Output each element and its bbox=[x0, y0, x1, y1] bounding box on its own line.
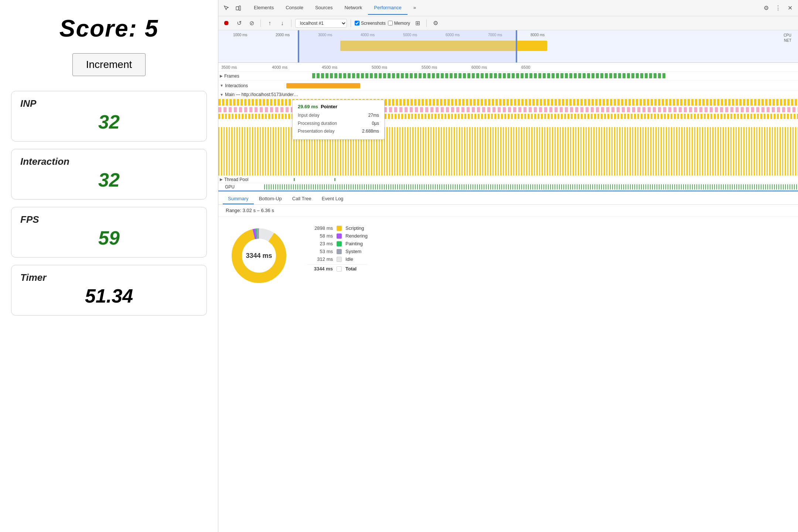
rendering-dot bbox=[337, 233, 342, 239]
session-select[interactable]: localhost #1 bbox=[295, 19, 347, 28]
svg-rect-29 bbox=[432, 73, 435, 78]
svg-rect-78 bbox=[649, 73, 652, 78]
svg-rect-56 bbox=[552, 73, 555, 78]
clear-icon[interactable]: ⊘ bbox=[246, 18, 257, 28]
tab-console[interactable]: Console bbox=[280, 1, 309, 15]
thread-pool-label: ▶ Thread Pool bbox=[220, 177, 264, 182]
mini-overview[interactable]: 1000 ms 2000 ms 3000 ms 4000 ms 5000 ms … bbox=[218, 30, 798, 63]
svg-rect-74 bbox=[631, 73, 634, 78]
upload-icon[interactable]: ↑ bbox=[265, 18, 275, 28]
reload-icon[interactable]: ↺ bbox=[234, 18, 244, 28]
screenshots-label: Screenshots bbox=[361, 21, 386, 26]
thread-pool-content bbox=[264, 176, 798, 183]
settings-icon[interactable]: ⚙ bbox=[761, 3, 771, 13]
devtools-topbar: Elements Console Sources Network Perform… bbox=[218, 0, 798, 16]
tab-elements[interactable]: Elements bbox=[248, 1, 280, 15]
main-expand-icon[interactable]: ▼ bbox=[220, 93, 224, 97]
screenshots-checkbox[interactable] bbox=[355, 21, 359, 25]
interaction-card: Interaction 32 bbox=[11, 149, 207, 200]
thread-pool-track[interactable]: ▶ Thread Pool bbox=[218, 176, 798, 183]
svg-rect-4 bbox=[321, 73, 324, 78]
gpu-bars bbox=[264, 184, 798, 190]
increment-button[interactable]: Increment bbox=[72, 53, 146, 76]
svg-rect-40 bbox=[481, 73, 484, 78]
tab-call-tree[interactable]: Call Tree bbox=[287, 194, 317, 204]
frames-content bbox=[264, 72, 798, 80]
select-element-icon[interactable] bbox=[221, 3, 232, 13]
gpu-content bbox=[264, 183, 798, 190]
svg-rect-5 bbox=[325, 73, 328, 78]
svg-rect-72 bbox=[623, 73, 625, 78]
screenshots-checkbox-label[interactable]: Screenshots bbox=[355, 21, 386, 26]
tooltip-input-delay-value: 27ms bbox=[368, 112, 379, 120]
svg-rect-55 bbox=[547, 73, 550, 78]
total-ms: 3344 ms bbox=[307, 266, 333, 272]
svg-rect-32 bbox=[445, 73, 448, 78]
idle-ms: 312 ms bbox=[307, 256, 333, 262]
detail-5000: 5000 ms bbox=[372, 65, 387, 69]
more-options-icon[interactable]: ⋮ bbox=[773, 3, 783, 13]
timer-label: Timer bbox=[20, 272, 198, 283]
legend-scripting: 2898 ms Scripting bbox=[307, 225, 368, 231]
close-icon[interactable]: ✕ bbox=[785, 3, 795, 13]
interaction-label: Interaction bbox=[20, 156, 198, 167]
svg-rect-13 bbox=[361, 73, 364, 78]
tab-performance[interactable]: Performance bbox=[368, 1, 407, 15]
tab-more[interactable]: » bbox=[407, 1, 422, 15]
capture-settings-icon[interactable]: ⊞ bbox=[412, 18, 423, 28]
svg-rect-1 bbox=[239, 6, 241, 10]
svg-rect-30 bbox=[436, 73, 439, 78]
svg-rect-63 bbox=[583, 73, 586, 78]
inp-value: 32 bbox=[20, 111, 198, 133]
frames-expand-icon[interactable]: ▶ bbox=[220, 74, 223, 78]
selection-handle-left[interactable] bbox=[298, 30, 299, 62]
record-icon[interactable]: ⏺ bbox=[221, 18, 232, 28]
mini-selection[interactable] bbox=[299, 30, 517, 62]
svg-rect-76 bbox=[640, 73, 643, 78]
download-icon[interactable]: ↓ bbox=[277, 18, 287, 28]
interaction-value: 32 bbox=[20, 169, 198, 191]
scripting-ms: 2898 ms bbox=[307, 225, 333, 231]
tab-event-log[interactable]: Event Log bbox=[317, 194, 349, 204]
svg-rect-77 bbox=[645, 73, 648, 78]
frames-track[interactable]: ▶ Frames bbox=[218, 72, 798, 81]
svg-rect-57 bbox=[556, 73, 559, 78]
svg-rect-58 bbox=[560, 73, 563, 78]
tab-bottom-up[interactable]: Bottom-Up bbox=[254, 194, 287, 204]
interactions-expand-icon[interactable]: ▼ bbox=[220, 83, 224, 88]
tab-sources[interactable]: Sources bbox=[309, 1, 339, 15]
gpu-track[interactable]: GPU bbox=[218, 183, 798, 191]
memory-checkbox[interactable] bbox=[388, 21, 393, 25]
rendering-ms: 58 ms bbox=[307, 233, 333, 239]
interactions-track[interactable]: ▼ Interactions bbox=[218, 81, 798, 91]
thread-pool-expand-icon[interactable]: ▶ bbox=[220, 177, 223, 181]
total-name: Total bbox=[345, 266, 357, 272]
svg-rect-9 bbox=[343, 73, 346, 78]
scripting-dot bbox=[337, 226, 342, 231]
tab-network[interactable]: Network bbox=[339, 1, 368, 15]
gpu-text: GPU bbox=[225, 184, 235, 190]
donut-total-ms: 3344 ms bbox=[246, 252, 272, 259]
tooltip-type: Pointer bbox=[321, 104, 337, 109]
svg-rect-46 bbox=[507, 73, 510, 78]
selection-handle-right[interactable] bbox=[516, 30, 517, 62]
detail-6500: 6500 bbox=[521, 65, 530, 69]
svg-rect-71 bbox=[618, 73, 621, 78]
tab-summary[interactable]: Summary bbox=[223, 194, 254, 204]
tooltip: 29.69 ms Pointer Input delay 27ms Proces… bbox=[292, 100, 385, 140]
svg-rect-66 bbox=[596, 73, 599, 78]
svg-rect-80 bbox=[658, 73, 661, 78]
svg-rect-16 bbox=[374, 73, 377, 78]
device-toggle-icon[interactable] bbox=[233, 3, 243, 13]
memory-checkbox-label[interactable]: Memory bbox=[388, 21, 410, 26]
system-name: System bbox=[345, 249, 361, 254]
svg-rect-68 bbox=[605, 73, 608, 78]
summary-content: 3344 ms 2898 ms Scripting 58 ms Renderin… bbox=[218, 216, 798, 295]
svg-rect-36 bbox=[463, 73, 466, 78]
svg-rect-14 bbox=[365, 73, 368, 78]
svg-rect-15 bbox=[370, 73, 373, 78]
svg-rect-37 bbox=[467, 73, 470, 78]
perf-settings-icon[interactable]: ⚙ bbox=[430, 18, 441, 28]
interactions-track-label: ▼ Interactions bbox=[220, 83, 264, 88]
svg-rect-62 bbox=[578, 73, 581, 78]
